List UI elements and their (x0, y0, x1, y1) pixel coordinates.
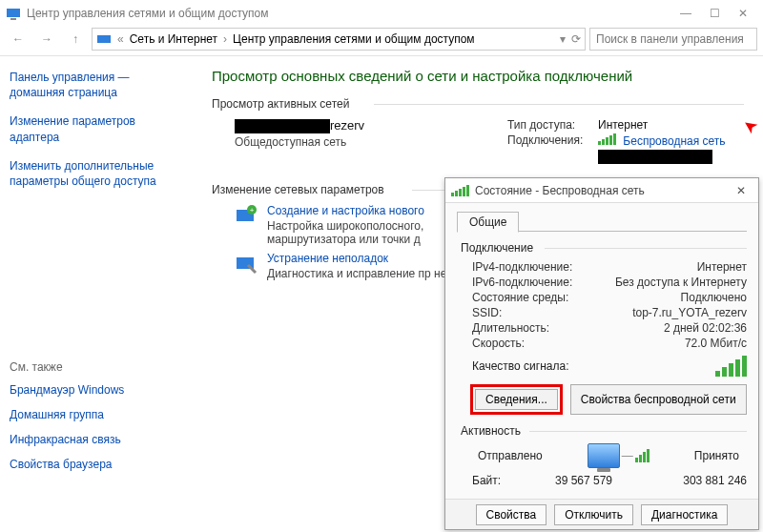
signal-quality-icon (715, 356, 747, 377)
ipv4-label: IPv4-подключение: (472, 260, 604, 274)
tab-general[interactable]: Общие (457, 212, 519, 233)
disable-button[interactable]: Отключить (554, 504, 633, 525)
minimize-button[interactable]: — (671, 2, 700, 25)
section-connection-label: Подключение (461, 241, 747, 255)
see-also-browser[interactable]: Свойства браузера (10, 458, 185, 471)
ssid-value: top-7.ru_YOTA_rezerv (632, 306, 747, 319)
media-state-label: Состояние среды: (472, 291, 604, 304)
redacted-detail (598, 150, 712, 164)
speed-value: 72.0 Мбит/с (685, 337, 747, 350)
address-row: ← → ↑ « Сеть и Интернет › Центр управлен… (0, 27, 763, 55)
active-networks-label: Просмотр активных сетей (212, 97, 746, 111)
wireless-properties-button[interactable]: Свойства беспроводной сети (570, 384, 747, 415)
svg-rect-1 (10, 18, 16, 20)
sent-label: Отправлено (478, 449, 543, 462)
sidebar-link-home[interactable]: Панель управления — домашняя страница (10, 70, 185, 100)
window-titlebar: Центр управления сетями и общим доступом… (0, 0, 763, 27)
activity-row: Отправлено — Принято (478, 443, 739, 468)
media-state-value: Подключено (681, 291, 747, 304)
svg-rect-2 (97, 35, 111, 43)
breadcrumb-separator: « (117, 32, 124, 46)
dialog-title: Состояние - Беспроводная сеть (475, 184, 645, 197)
properties-button[interactable]: Свойства (476, 504, 547, 525)
dialog-close-button[interactable]: ✕ (730, 184, 753, 197)
wifi-status-dialog: Состояние - Беспроводная сеть ✕ Общие По… (444, 177, 759, 530)
connections-label: Подключения: (507, 133, 598, 148)
details-button[interactable]: Сведения... (475, 389, 558, 410)
page-heading: Просмотр основных сведений о сети и наст… (212, 68, 746, 84)
connection-link[interactable]: Беспроводная сеть (598, 133, 726, 148)
access-type-label: Тип доступа: (507, 118, 598, 132)
new-connection-icon: + (235, 204, 258, 227)
see-also-infrared[interactable]: Инфракрасная связь (10, 433, 185, 446)
close-button[interactable]: ✕ (729, 2, 757, 25)
ipv4-value: Интернет (697, 260, 747, 274)
network-sharing-center-icon (6, 6, 21, 21)
search-placeholder: Поиск в панели управления (596, 32, 744, 46)
bytes-label: Байт: (472, 474, 529, 487)
troubleshoot-icon (235, 252, 258, 275)
section-activity-label: Активность (461, 424, 747, 438)
active-network: rezerv Общедоступная сеть ➤ Тип доступа:… (235, 118, 746, 166)
duration-label: Длительность: (472, 321, 604, 335)
ssid-label: SSID: (472, 306, 604, 319)
nav-up-button[interactable]: ↑ (63, 29, 88, 50)
dialog-bottom-bar: Свойства Отключить Диагностика (445, 499, 758, 529)
chevron-down-icon[interactable]: ▾ (560, 32, 566, 46)
refresh-icon[interactable]: ⟳ (571, 32, 581, 46)
ipv6-value: Без доступа к Интернету (615, 276, 747, 289)
sidebar: Панель управления — домашняя страница Из… (0, 56, 195, 532)
see-also-label: См. также (10, 360, 185, 374)
network-name: rezerv (235, 118, 364, 133)
bytes-sent-value: 39 567 579 (529, 474, 638, 487)
breadcrumb[interactable]: « Сеть и Интернет › Центр управления сет… (92, 28, 586, 51)
sidebar-link-advanced-sharing[interactable]: Изменить дополнительные параметры общего… (10, 158, 185, 189)
see-also-homegroup[interactable]: Домашняя группа (10, 408, 185, 421)
breadcrumb-item[interactable]: Сеть и Интернет (130, 32, 217, 46)
network-icon (96, 31, 112, 47)
svg-text:+: + (250, 206, 255, 215)
bytes-received-value: 303 881 246 (638, 474, 747, 487)
breadcrumb-item[interactable]: Центр управления сетями и общим доступом (233, 32, 475, 46)
dialog-titlebar: Состояние - Беспроводная сеть ✕ (445, 178, 758, 203)
nav-forward-button[interactable]: → (34, 29, 59, 50)
nav-back-button[interactable]: ← (6, 29, 31, 50)
redacted-name (235, 119, 330, 133)
activity-icon: — (588, 443, 650, 468)
signal-quality-label: Качество сигнала: (472, 359, 568, 373)
see-also-firewall[interactable]: Брандмауэр Windows (10, 383, 185, 397)
ipv6-label: IPv6-подключение: (472, 276, 604, 289)
access-type-value: Интернет (598, 118, 648, 132)
signal-icon (451, 185, 469, 196)
annotation-highlight: Сведения... (470, 384, 563, 415)
diagnose-button[interactable]: Диагностика (641, 504, 729, 525)
speed-label: Скорость: (472, 337, 604, 350)
svg-rect-0 (7, 9, 20, 17)
window-title: Центр управления сетями и общим доступом (27, 7, 269, 20)
maximize-button[interactable]: ☐ (700, 2, 729, 25)
duration-value: 2 дней 02:02:36 (664, 321, 747, 335)
signal-icon (598, 133, 616, 145)
search-input[interactable]: Поиск в панели управления (589, 28, 757, 51)
received-label: Принято (694, 449, 739, 462)
network-category: Общедоступная сеть (235, 135, 364, 149)
sidebar-link-adapter-settings[interactable]: Изменение параметров адаптера (10, 113, 185, 144)
